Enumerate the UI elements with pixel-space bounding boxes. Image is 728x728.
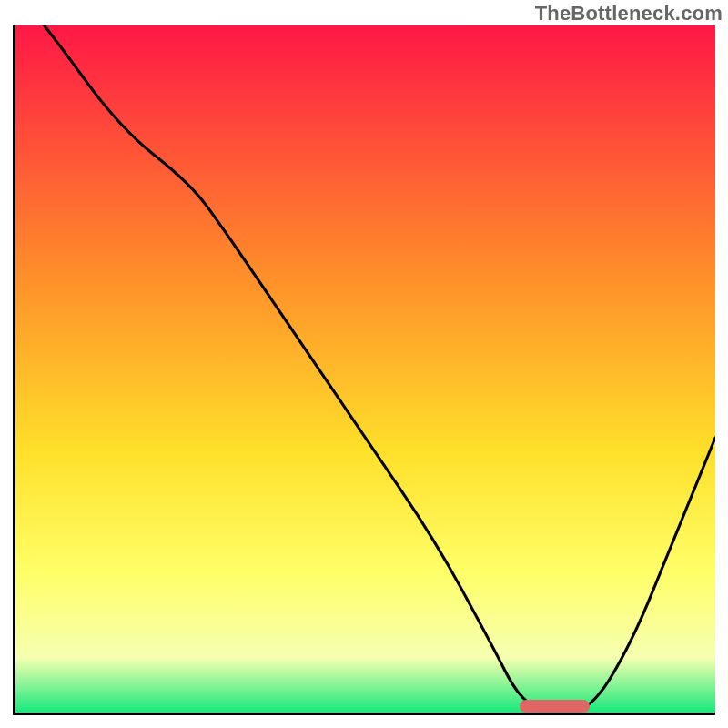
- chart-stage: TheBottleneck.com: [0, 0, 728, 728]
- curve-layer: [15, 25, 715, 713]
- watermark-text: TheBottleneck.com: [535, 2, 723, 25]
- min-marker: [520, 700, 590, 713]
- plot-area: [13, 25, 715, 715]
- bottleneck-curve: [15, 25, 715, 713]
